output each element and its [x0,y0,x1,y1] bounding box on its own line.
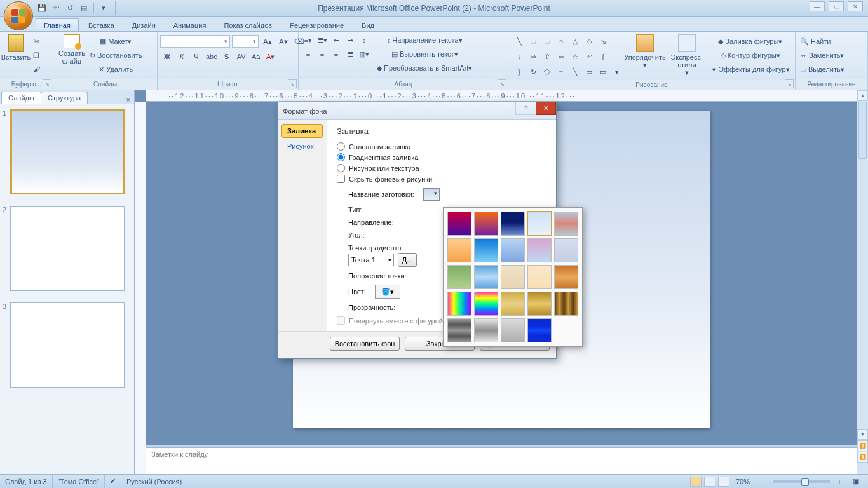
paragraph-launcher[interactable]: ↘ [498,79,506,88]
shapes-more-button[interactable]: ▾ [610,65,624,79]
gradient-preset-10[interactable] [447,265,471,289]
line-spacing-button[interactable]: ↕ [357,33,371,47]
ribbon-tab-3[interactable]: Анимация [165,18,215,31]
dialog-close-button[interactable]: ✕ [536,102,556,115]
bold-button[interactable]: Ж [160,50,174,64]
font-size-select[interactable] [232,35,259,48]
thumb-row-2[interactable]: 2 [0,206,134,291]
shape-button[interactable]: ↶ [582,50,596,64]
smartart-button[interactable]: ◆ Преобразовать в SmartArt ▾ [375,61,474,75]
shape-button[interactable]: ╲ [568,65,582,79]
tab-outline[interactable]: Структура [41,92,88,104]
status-spellcheck[interactable]: ✔ [105,475,121,488]
vertical-scrollbar[interactable]: ▲ ▼ ⏫ ⏬ [857,90,868,474]
ribbon-tab-2[interactable]: Дизайн [124,18,164,31]
columns-button[interactable]: ▥▾ [357,47,371,61]
dialog-help-button[interactable]: ? [515,102,536,115]
font-name-select[interactable] [160,35,230,48]
grow-font-button[interactable]: A▴ [261,34,275,48]
gradient-preset-22[interactable] [501,318,525,342]
gradient-preset-7[interactable] [501,238,525,262]
scroll-down-button[interactable]: ▼ [857,429,868,440]
thumb-row-3[interactable]: 3 [0,302,134,388]
slide-thumbnail-2[interactable] [10,206,125,291]
change-case-button[interactable]: Aa [249,50,263,64]
strike-button[interactable]: abc [204,50,219,64]
spacing-button[interactable]: AV [234,50,248,64]
gradient-preset-19[interactable] [554,292,578,316]
scroll-thumb[interactable] [858,102,867,159]
shape-button[interactable]: ↻ [526,65,540,79]
shape-button[interactable]: ╲ [512,34,526,48]
add-stop-button[interactable]: Д... [398,253,417,267]
zoom-level[interactable]: 70% [736,478,750,485]
dec-indent-button[interactable]: ⇤ [329,33,343,47]
shadow-button[interactable]: S [220,50,234,64]
gradient-preset-5[interactable] [447,238,471,262]
notes-pane[interactable]: Заметки к слайду [146,447,857,474]
align-left-button[interactable]: ≡ [301,47,315,61]
gradient-preset-15[interactable] [447,292,471,316]
gradient-preset-14[interactable] [554,265,578,289]
clipboard-launcher[interactable]: ↘ [43,79,51,88]
shrink-font-button[interactable]: A▾ [276,34,290,48]
quick-styles-button[interactable]: Экспресс-стили▾ [665,33,709,78]
inc-indent-button[interactable]: ⇥ [343,33,357,47]
find-button[interactable]: 🔍 Найти [798,34,832,48]
normal-view-button[interactable] [690,477,702,487]
minimize-button[interactable]: — [810,1,825,11]
justify-button[interactable]: ≣ [343,47,357,61]
delete-slide-button[interactable]: ✕ Удалить [88,62,144,76]
align-center-button[interactable]: ≡ [315,47,329,61]
ribbon-tab-6[interactable]: Вид [353,18,383,31]
preset-dropdown[interactable] [423,188,440,201]
hide-bg-checkbox[interactable]: Скрыть фоновые рисунки [337,175,547,183]
shape-button[interactable]: ⬠ [540,65,554,79]
shape-button[interactable]: ▭ [596,65,610,79]
radio-picture[interactable]: Рисунок или текстура [337,164,547,172]
shape-button[interactable]: { [596,50,610,64]
shape-button[interactable]: ~ [554,65,568,79]
gradient-preset-13[interactable] [527,265,552,289]
ribbon-tab-5[interactable]: Рецензирование [281,18,352,31]
restore-button[interactable]: ▭ [829,1,844,11]
shape-button[interactable]: ↘ [596,34,610,48]
drawing-launcher[interactable]: ↘ [785,79,794,88]
shape-effects-button[interactable]: ✦ Эффекты для фигур ▾ [709,62,792,76]
nav-picture[interactable]: Рисунок [281,139,323,153]
shape-button[interactable]: △ [568,34,582,48]
color-picker-button[interactable]: 🪣▾ [375,285,400,299]
zoom-slider[interactable] [773,480,830,483]
gradient-preset-17[interactable] [501,292,525,316]
align-text-button[interactable]: ▤ Выровнять текст ▾ [375,47,474,61]
bullets-button[interactable]: ≡▾ [301,33,315,47]
gradient-preset-23[interactable] [527,318,552,342]
shape-button[interactable]: ⇧ [540,50,554,64]
slide-canvas-area[interactable]: Формат фона ? ✕ Заливка Рисунок Заливка … [146,102,857,435]
undo-button[interactable]: ↶ [50,2,62,15]
gradient-preset-18[interactable] [527,292,552,316]
ribbon-tab-4[interactable]: Показ слайдов [215,18,280,31]
shape-outline-button[interactable]: ◇ Контур фигуры ▾ [709,48,792,62]
new-slide-button[interactable]: Создать слайд [56,33,88,66]
gradient-preset-12[interactable] [501,265,525,289]
gradient-preset-1[interactable] [474,212,498,236]
format-painter-button[interactable]: 🖌 [29,62,43,76]
tab-slides[interactable]: Слайды [1,92,41,104]
gradient-preset-4[interactable] [554,212,578,236]
arrange-button[interactable]: Упорядочить▾ [625,33,665,70]
shape-button[interactable]: } [512,65,526,79]
layout-button[interactable]: ▦ Макет ▾ [88,34,144,48]
redo-button[interactable]: ↺ [64,2,76,15]
next-slide-button[interactable]: ⏬ [857,452,868,463]
thumb-row-1[interactable]: 1 [0,109,134,194]
slide-thumbnail-3[interactable] [10,302,125,388]
status-theme[interactable]: "Тема Office" [53,475,105,488]
dialog-titlebar[interactable]: Формат фона ? ✕ [278,102,556,120]
align-right-button[interactable]: ≡ [329,47,343,61]
replace-button[interactable]: ↔ Заменить ▾ [798,48,846,62]
paste-button[interactable]: Вставить [3,33,29,62]
ribbon-tab-1[interactable]: Вставка [80,18,123,31]
underline-button[interactable]: Ч [189,50,203,64]
italic-button[interactable]: К [175,50,189,64]
